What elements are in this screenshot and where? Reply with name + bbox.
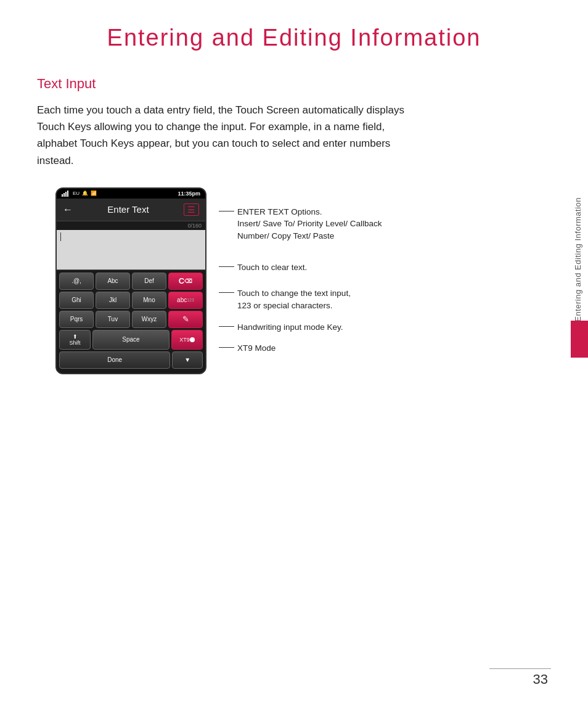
kb-key-arrow-down[interactable]: ▼ xyxy=(172,351,203,369)
kb-key-handwriting[interactable]: ✎ xyxy=(168,311,203,328)
annotation-xt9: XT9 Mode xyxy=(219,342,382,355)
kb-key-tuv[interactable]: Tuv xyxy=(96,311,130,328)
bottom-line xyxy=(489,668,551,669)
ann3-title: Touch to change the text input, xyxy=(237,289,351,298)
section-title: Text Input xyxy=(37,76,551,92)
ann-text-2: Touch to clear text. xyxy=(237,261,307,274)
spacer-4 xyxy=(219,336,382,342)
annotation-clear: Touch to clear text. xyxy=(219,261,382,274)
kb-key-space[interactable]: Space xyxy=(92,330,169,350)
ann-text-5: XT9 Mode xyxy=(237,342,276,355)
side-tab: Entering and Editing Information xyxy=(568,197,588,358)
ann-dash-2 xyxy=(219,266,234,267)
ann-text-4: Handwriting input mode Key. xyxy=(237,321,343,334)
char-count: 0/160 xyxy=(57,221,205,230)
spacer-2 xyxy=(219,276,382,287)
kb-key-abc123[interactable]: abc123 xyxy=(168,292,203,309)
phone-mockup: EU 🔔 📶 11:35pm ← Enter Text ☰ 0/160 xyxy=(55,187,206,374)
kb-key-shift[interactable]: ⬆Shift xyxy=(59,330,91,350)
kb-row-3: Pqrs Tuv Wxyz ✎ xyxy=(59,311,203,328)
ann3-body: 123 or special characters. xyxy=(237,301,333,310)
annotations: ENTER TEXT Options. Insert/ Save To/ Pri… xyxy=(219,187,382,357)
kb-key-done[interactable]: Done xyxy=(59,351,170,369)
kb-key-mno[interactable]: Mno xyxy=(132,292,166,309)
page-title: Entering and Editing Information xyxy=(37,25,551,51)
page-content: Entering and Editing Information Text In… xyxy=(0,0,588,399)
menu-icon[interactable]: ☰ xyxy=(184,203,199,216)
kb-key-ghi[interactable]: Ghi xyxy=(59,292,94,309)
ann-dash-5 xyxy=(219,347,234,348)
kb-key-clear[interactable]: C⌫ xyxy=(168,273,203,290)
kb-key-def[interactable]: Def xyxy=(132,273,166,290)
notification-icon: 🔔 xyxy=(82,191,88,196)
kb-key-jkl[interactable]: Jkl xyxy=(96,292,130,309)
page-number: 33 xyxy=(533,671,548,688)
ann-dash-3 xyxy=(219,292,234,293)
annotation-change-input: Touch to change the text input, 123 or s… xyxy=(219,287,382,311)
status-bar: EU 🔔 📶 11:35pm xyxy=(57,189,205,199)
text-cursor xyxy=(60,232,61,241)
side-tab-bar xyxy=(571,321,588,358)
spacer-1 xyxy=(219,244,382,261)
kb-row-2: Ghi Jkl Mno abc123 xyxy=(59,292,203,309)
kb-row-1: .@, Abc Def C⌫ xyxy=(59,273,203,290)
text-input-area[interactable] xyxy=(57,230,205,270)
ann1-title: ENTER TEXT Options. xyxy=(237,207,322,216)
kb-row-5: Done ▼ xyxy=(59,351,203,369)
ann-text-3: Touch to change the text input, 123 or s… xyxy=(237,287,351,311)
spacer-3 xyxy=(219,314,382,321)
header-title: Enter Text xyxy=(107,204,149,215)
back-button[interactable]: ← xyxy=(63,204,73,215)
kb-row-4: ⬆Shift Space XT9 xyxy=(59,330,203,350)
kb-key-xt9[interactable]: XT9 xyxy=(171,330,203,350)
keyboard-area: .@, Abc Def C⌫ Ghi Jkl Mno abc123 Pqrs xyxy=(57,270,205,373)
ann1-body: Insert/ Save To/ Priority Level/ Callbac… xyxy=(237,219,382,240)
network-label: EU xyxy=(73,191,80,196)
kb-key-punctuation[interactable]: .@, xyxy=(59,273,94,290)
kb-key-abc[interactable]: Abc xyxy=(96,273,130,290)
diagram-area: EU 🔔 📶 11:35pm ← Enter Text ☰ 0/160 xyxy=(55,187,551,374)
status-time: 11:35pm xyxy=(178,191,200,197)
status-left: EU 🔔 📶 xyxy=(62,191,97,197)
phone-header: ← Enter Text ☰ xyxy=(57,199,205,221)
body-text: Each time you touch a data entry field, … xyxy=(37,102,419,169)
ann-dash-1 xyxy=(219,211,234,211)
signal-icon2: 📶 xyxy=(91,191,97,196)
kb-key-wxyz[interactable]: Wxyz xyxy=(132,311,166,328)
annotation-enter-text: ENTER TEXT Options. Insert/ Save To/ Pri… xyxy=(219,206,382,242)
ann-dash-4 xyxy=(219,326,234,327)
ann-text-1: ENTER TEXT Options. Insert/ Save To/ Pri… xyxy=(237,206,382,242)
side-tab-text: Entering and Editing Information xyxy=(573,197,584,322)
annotation-handwriting: Handwriting input mode Key. xyxy=(219,321,382,334)
signal-bars xyxy=(62,191,68,197)
kb-key-pqrs[interactable]: Pqrs xyxy=(59,311,94,328)
